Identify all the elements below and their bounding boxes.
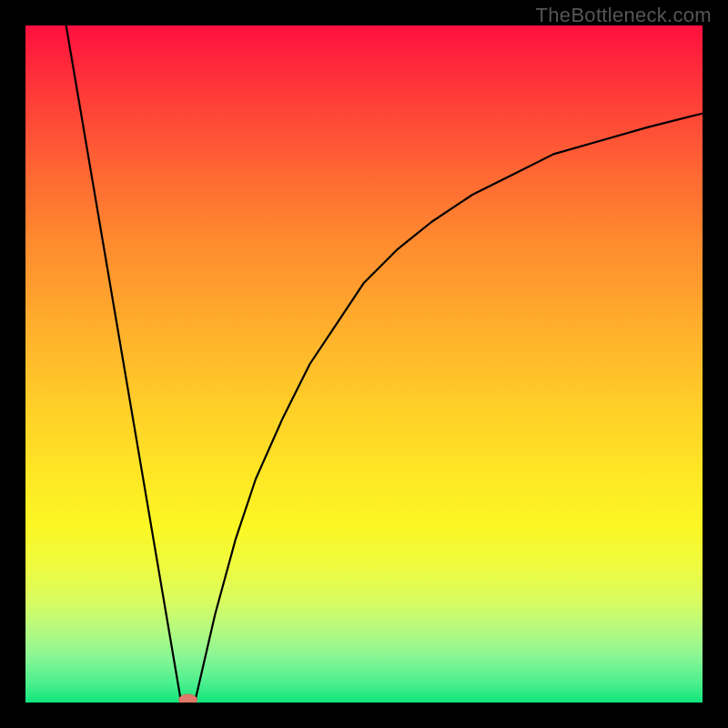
watermark-text: TheBottleneck.com <box>536 4 712 27</box>
plot-area <box>25 25 703 703</box>
right-branch-line <box>195 114 703 703</box>
minimum-marker <box>179 694 197 703</box>
left-branch-line <box>66 25 181 703</box>
chart-frame: TheBottleneck.com <box>0 0 728 728</box>
curve-layer <box>25 25 703 703</box>
